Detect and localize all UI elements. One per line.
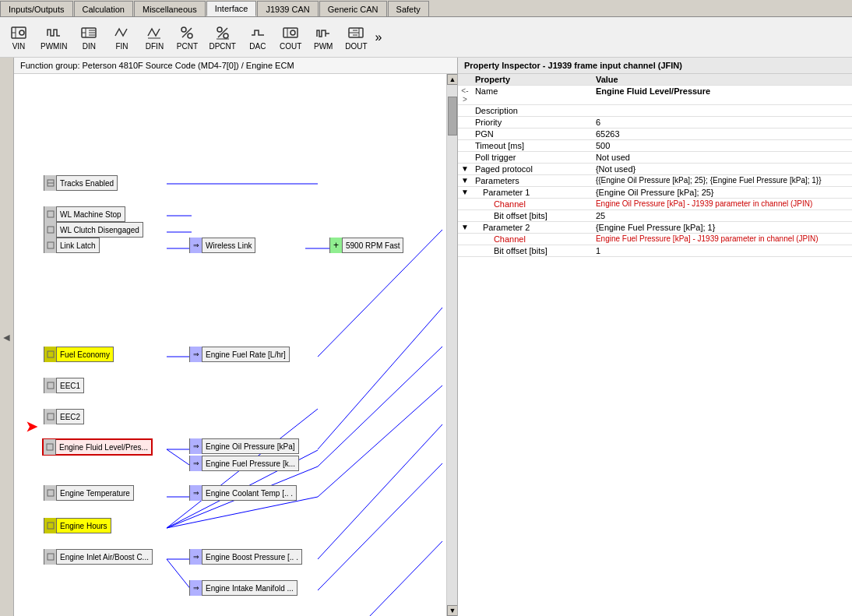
- svg-rect-60: [47, 444, 53, 450]
- prop-property-param1: Parameter 1: [472, 187, 593, 199]
- prop-value-paged-protocol: {Not used}: [593, 164, 852, 175]
- prop-expand-channel2: [458, 234, 472, 245]
- node-tracks-enabled[interactable]: Tracks Enabled: [44, 175, 118, 191]
- svg-rect-59: [48, 414, 54, 420]
- svg-rect-62: [48, 523, 54, 529]
- toolbar-vin[interactable]: VIN: [3, 22, 34, 52]
- node-engine-fuel-rate-label: Engine Fuel Rate [L/hr]: [202, 350, 289, 359]
- dout-icon: [347, 23, 365, 42]
- left-arrow-btn[interactable]: ◄: [0, 329, 13, 345]
- prop-expand-param1[interactable]: ▼: [458, 187, 472, 199]
- node-eec2[interactable]: EEC2: [44, 409, 84, 424]
- toolbar-pwmin[interactable]: PWMIN: [36, 22, 72, 52]
- prop-property-description: Description: [472, 105, 593, 117]
- toolbar-dac[interactable]: DAC: [242, 22, 273, 52]
- prop-expand-paged-protocol[interactable]: ▼: [458, 164, 472, 175]
- prop-row-paged-protocol[interactable]: ▼ Paged protocol {Not used}: [458, 164, 852, 175]
- scroll-thumb[interactable]: [448, 97, 457, 136]
- node-engine-temperature[interactable]: Engine Temperature: [44, 485, 134, 501]
- toolbar-din[interactable]: DIN: [73, 22, 104, 52]
- vertical-scrollbar[interactable]: ▲ ▼: [446, 74, 457, 616]
- tab-safety[interactable]: Safety: [388, 1, 429, 16]
- node-engine-hours[interactable]: Engine Hours: [44, 518, 111, 533]
- toolbar-cout-label: COUT: [280, 42, 301, 51]
- toolbar-dfin-label: DFIN: [146, 42, 164, 51]
- canvas-area[interactable]: ➤ Tracks Enabled WL Machine Stop: [14, 74, 457, 616]
- node-5900-rpm-label: 5900 RPM Fast: [343, 241, 403, 250]
- prop-row-channel2: Channel Engine Fuel Pressure [kPa] - J19…: [458, 234, 852, 245]
- prop-expand-priority: [458, 117, 472, 128]
- prop-value-poll-trigger: Not used: [593, 152, 852, 164]
- toolbar-pwm[interactable]: PWM: [308, 22, 339, 52]
- prop-expand-bitoffset2: [458, 245, 472, 257]
- node-wireless-link-label: Wireless Link: [202, 241, 255, 250]
- node-engine-fuel-rate[interactable]: ⇒ Engine Fuel Rate [L/hr]: [189, 347, 290, 362]
- toolbar-dpcnt[interactable]: DPCNT: [204, 22, 240, 52]
- prop-expand-param2[interactable]: ▼: [458, 222, 472, 234]
- prop-value-parameters: {{Engine Oil Pressure [kPa]; 25}; {Engin…: [593, 175, 852, 187]
- node-engine-coolant-temp-label: Engine Coolant Temp [.. .: [202, 489, 296, 498]
- tab-miscellaneous[interactable]: Miscellaneous: [134, 1, 206, 16]
- toolbar-vin-label: VIN: [12, 42, 26, 51]
- toolbar-din-label: DIN: [83, 42, 96, 51]
- node-fuel-economy[interactable]: Fuel Economy: [44, 347, 114, 362]
- node-engine-coolant-temp[interactable]: ⇒ Engine Coolant Temp [.. .: [189, 485, 297, 501]
- prop-row-param2[interactable]: ▼ Parameter 2 {Engine Fuel Pressure [kPa…: [458, 222, 852, 234]
- prop-value-bitoffset1: 25: [593, 210, 852, 222]
- node-5900-rpm[interactable]: + 5900 RPM Fast: [329, 238, 403, 253]
- node-wl-clutch-label: WL Clutch Disengaged: [57, 226, 143, 234]
- node-link-latch[interactable]: Link Latch: [44, 238, 100, 253]
- node-engine-inlet-label: Engine Inlet Air/Boost C...: [57, 553, 152, 561]
- node-engine-inlet[interactable]: Engine Inlet Air/Boost C...: [44, 549, 153, 565]
- canvas-panel: Function group: Peterson 4810F Source Co…: [14, 58, 458, 616]
- node-wl-machine-stop[interactable]: WL Machine Stop: [44, 206, 125, 222]
- toolbar-dout[interactable]: DOUT: [340, 22, 371, 52]
- toolbar-more[interactable]: »: [374, 30, 384, 44]
- tab-j1939-can[interactable]: J1939 CAN: [257, 1, 318, 16]
- prop-row-description: Description: [458, 105, 852, 117]
- tab-generic-can[interactable]: Generic CAN: [319, 1, 387, 16]
- node-engine-oil-pressure[interactable]: ⇒ Engine Oil Pressure [kPa]: [189, 438, 299, 454]
- node-wireless-link[interactable]: ⇒ Wireless Link: [189, 238, 255, 253]
- node-eec1-label: EEC1: [57, 382, 83, 390]
- toolbar-fin[interactable]: FIN: [106, 22, 137, 52]
- prop-row-parameters[interactable]: ▼ Parameters {{Engine Oil Pressure [kPa]…: [458, 175, 852, 187]
- prop-expand-col: [458, 74, 472, 86]
- node-eec1[interactable]: EEC1: [44, 378, 84, 393]
- node-engine-fluid-label: Engine Fluid Level/Pres...: [56, 443, 151, 452]
- svg-point-13: [188, 33, 192, 38]
- prop-table: Property Value <-> Name Engine Fluid Lev…: [458, 74, 852, 257]
- prop-value-channel1: Engine Oil Pressure [kPa] - J1939 parame…: [593, 199, 852, 210]
- prop-value-priority: 6: [593, 117, 852, 128]
- prop-row-timeout: Timeout [ms] 500: [458, 140, 852, 152]
- node-eec2-label: EEC2: [57, 413, 83, 421]
- toolbar-dac-label: DAC: [249, 42, 266, 51]
- svg-line-47: [318, 347, 442, 466]
- toolbar-fin-label: FIN: [115, 42, 128, 51]
- node-engine-oil-pressure-label: Engine Oil Pressure [kPa]: [202, 442, 298, 451]
- scroll-up-btn[interactable]: ▲: [447, 74, 457, 85]
- node-wl-clutch[interactable]: WL Clutch Disengaged: [44, 222, 143, 238]
- tab-inputs-outputs[interactable]: Inputs/Outputs: [0, 1, 73, 16]
- prop-expand-parameters[interactable]: ▼: [458, 175, 472, 187]
- main-container: ◄ Function group: Peterson 4810F Source …: [0, 58, 852, 616]
- node-engine-boost-pressure[interactable]: ⇒ Engine Boost Pressure [.. .: [189, 549, 302, 565]
- node-engine-fuel-pressure[interactable]: ⇒ Engine Fuel Pressure [k...: [189, 456, 299, 471]
- tab-interface[interactable]: Interface: [206, 1, 257, 16]
- svg-line-40: [167, 497, 318, 528]
- din-icon: [79, 23, 98, 42]
- prop-col-property: Property: [472, 74, 593, 86]
- prop-expand-channel1: [458, 199, 472, 210]
- node-engine-intake-manifold[interactable]: ⇒ Engine Intake Manifold ...: [189, 580, 297, 596]
- prop-value-bitoffset2: 1: [593, 245, 852, 257]
- prop-inspector-title: Property Inspector - J1939 frame input c…: [458, 58, 852, 74]
- toolbar-cout[interactable]: COUT: [275, 22, 306, 52]
- tab-calculation[interactable]: Calculation: [74, 1, 133, 16]
- prop-property-channel1: Channel: [472, 199, 593, 210]
- node-engine-fluid[interactable]: Engine Fluid Level/Pres...: [42, 438, 153, 456]
- prop-row-param1[interactable]: ▼ Parameter 1 {Engine Oil Pressure [kPa]…: [458, 187, 852, 199]
- toolbar-pcnt[interactable]: PCNT: [171, 22, 202, 52]
- prop-value-param2: {Engine Fuel Pressure [kPa]; 1}: [593, 222, 852, 234]
- toolbar-dfin[interactable]: DFIN: [139, 22, 170, 52]
- scroll-down-btn[interactable]: ▼: [447, 605, 457, 616]
